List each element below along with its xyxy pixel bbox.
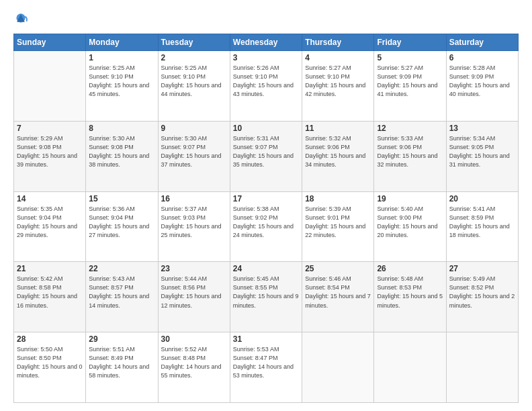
day-info: Sunrise: 5:38 AMSunset: 9:02 PMDaylight:… — [233, 205, 299, 240]
day-number: 31 — [233, 334, 299, 344]
weekday-header-thursday: Thursday — [302, 34, 374, 51]
calendar-cell: 8 Sunrise: 5:30 AMSunset: 9:08 PMDayligh… — [86, 121, 158, 191]
day-info: Sunrise: 5:46 AMSunset: 8:54 PMDaylight:… — [305, 275, 371, 310]
calendar-cell: 11 Sunrise: 5:32 AMSunset: 9:06 PMDaylig… — [302, 121, 374, 191]
calendar-cell: 28 Sunrise: 5:50 AMSunset: 8:50 PMDaylig… — [14, 332, 86, 403]
day-info: Sunrise: 5:43 AMSunset: 8:57 PMDaylight:… — [89, 275, 154, 310]
day-number: 16 — [161, 194, 227, 203]
weekday-header-monday: Monday — [86, 34, 158, 51]
calendar-cell: 29 Sunrise: 5:51 AMSunset: 8:49 PMDaylig… — [86, 332, 158, 403]
day-number: 25 — [305, 264, 371, 273]
day-info: Sunrise: 5:34 AMSunset: 9:05 PMDaylight:… — [449, 134, 515, 169]
weekday-header-sunday: Sunday — [14, 34, 86, 51]
day-info: Sunrise: 5:26 AMSunset: 9:10 PMDaylight:… — [233, 64, 299, 99]
day-info: Sunrise: 5:45 AMSunset: 8:55 PMDaylight:… — [233, 275, 299, 310]
day-info: Sunrise: 5:36 AMSunset: 9:04 PMDaylight:… — [89, 205, 154, 240]
weekday-header-saturday: Saturday — [446, 34, 518, 51]
day-info: Sunrise: 5:50 AMSunset: 8:50 PMDaylight:… — [17, 345, 83, 380]
calendar-cell: 4 Sunrise: 5:27 AMSunset: 9:10 PMDayligh… — [302, 51, 374, 122]
day-info: Sunrise: 5:51 AMSunset: 8:49 PMDaylight:… — [89, 345, 154, 380]
day-number: 22 — [89, 264, 154, 273]
day-info: Sunrise: 5:42 AMSunset: 8:58 PMDaylight:… — [17, 275, 83, 310]
day-number: 21 — [17, 264, 83, 273]
day-number: 8 — [89, 124, 154, 133]
day-number: 2 — [161, 53, 227, 62]
day-number: 10 — [233, 124, 299, 133]
day-info: Sunrise: 5:30 AMSunset: 9:08 PMDaylight:… — [89, 134, 154, 169]
calendar-cell: 15 Sunrise: 5:36 AMSunset: 9:04 PMDaylig… — [86, 191, 158, 262]
day-number: 12 — [377, 124, 443, 133]
calendar-cell: 2 Sunrise: 5:25 AMSunset: 9:10 PMDayligh… — [158, 51, 230, 122]
calendar-cell: 23 Sunrise: 5:44 AMSunset: 8:56 PMDaylig… — [158, 262, 230, 332]
day-number: 14 — [17, 194, 83, 203]
day-number: 23 — [161, 264, 227, 273]
calendar-cell: 13 Sunrise: 5:34 AMSunset: 9:05 PMDaylig… — [446, 121, 518, 191]
calendar-cell: 14 Sunrise: 5:35 AMSunset: 9:04 PMDaylig… — [14, 191, 86, 262]
day-info: Sunrise: 5:41 AMSunset: 8:59 PMDaylight:… — [449, 205, 515, 240]
calendar-cell: 10 Sunrise: 5:31 AMSunset: 9:07 PMDaylig… — [230, 121, 302, 191]
weekday-header-row: SundayMondayTuesdayWednesdayThursdayFrid… — [14, 34, 519, 51]
weekday-header-wednesday: Wednesday — [230, 34, 302, 51]
day-number: 3 — [233, 53, 299, 62]
calendar-cell: 30 Sunrise: 5:52 AMSunset: 8:48 PMDaylig… — [158, 332, 230, 403]
day-number: 30 — [161, 334, 227, 344]
day-number: 7 — [17, 124, 83, 133]
calendar-week-row: 14 Sunrise: 5:35 AMSunset: 9:04 PMDaylig… — [14, 191, 519, 262]
calendar-cell: 9 Sunrise: 5:30 AMSunset: 9:07 PMDayligh… — [158, 121, 230, 191]
day-info: Sunrise: 5:30 AMSunset: 9:07 PMDaylight:… — [161, 134, 227, 169]
logo — [13, 12, 31, 27]
weekday-header-tuesday: Tuesday — [158, 34, 230, 51]
calendar-page: SundayMondayTuesdayWednesdayThursdayFrid… — [0, 0, 532, 411]
day-number: 18 — [305, 194, 371, 203]
day-info: Sunrise: 5:39 AMSunset: 9:01 PMDaylight:… — [305, 205, 371, 240]
logo-icon — [13, 12, 28, 27]
calendar-week-row: 28 Sunrise: 5:50 AMSunset: 8:50 PMDaylig… — [14, 332, 519, 403]
day-info: Sunrise: 5:29 AMSunset: 9:08 PMDaylight:… — [17, 134, 83, 169]
calendar-week-row: 1 Sunrise: 5:25 AMSunset: 9:10 PMDayligh… — [14, 51, 519, 122]
day-number: 29 — [89, 334, 154, 344]
calendar-cell: 7 Sunrise: 5:29 AMSunset: 9:08 PMDayligh… — [14, 121, 86, 191]
day-number: 15 — [89, 194, 154, 203]
day-info: Sunrise: 5:37 AMSunset: 9:03 PMDaylight:… — [161, 205, 227, 240]
day-info: Sunrise: 5:27 AMSunset: 9:09 PMDaylight:… — [377, 64, 443, 99]
day-info: Sunrise: 5:35 AMSunset: 9:04 PMDaylight:… — [17, 205, 83, 240]
calendar-cell: 25 Sunrise: 5:46 AMSunset: 8:54 PMDaylig… — [302, 262, 374, 332]
calendar-cell: 12 Sunrise: 5:33 AMSunset: 9:06 PMDaylig… — [374, 121, 446, 191]
day-number: 6 — [449, 53, 515, 62]
calendar-cell: 6 Sunrise: 5:28 AMSunset: 9:09 PMDayligh… — [446, 51, 518, 122]
calendar-cell: 1 Sunrise: 5:25 AMSunset: 9:10 PMDayligh… — [86, 51, 158, 122]
day-number: 27 — [449, 264, 515, 273]
day-info: Sunrise: 5:48 AMSunset: 8:53 PMDaylight:… — [377, 275, 443, 310]
calendar-cell: 16 Sunrise: 5:37 AMSunset: 9:03 PMDaylig… — [158, 191, 230, 262]
header — [13, 12, 519, 27]
calendar-cell: 5 Sunrise: 5:27 AMSunset: 9:09 PMDayligh… — [374, 51, 446, 122]
day-number: 5 — [377, 53, 443, 62]
day-info: Sunrise: 5:44 AMSunset: 8:56 PMDaylight:… — [161, 275, 227, 310]
day-number: 9 — [161, 124, 227, 133]
calendar-cell: 19 Sunrise: 5:40 AMSunset: 9:00 PMDaylig… — [374, 191, 446, 262]
day-number: 20 — [449, 194, 515, 203]
day-number: 24 — [233, 264, 299, 273]
calendar-cell: 24 Sunrise: 5:45 AMSunset: 8:55 PMDaylig… — [230, 262, 302, 332]
day-info: Sunrise: 5:40 AMSunset: 9:00 PMDaylight:… — [377, 205, 443, 240]
weekday-header-friday: Friday — [374, 34, 446, 51]
calendar-week-row: 7 Sunrise: 5:29 AMSunset: 9:08 PMDayligh… — [14, 121, 519, 191]
calendar-cell: 26 Sunrise: 5:48 AMSunset: 8:53 PMDaylig… — [374, 262, 446, 332]
calendar-cell: 21 Sunrise: 5:42 AMSunset: 8:58 PMDaylig… — [14, 262, 86, 332]
day-info: Sunrise: 5:28 AMSunset: 9:09 PMDaylight:… — [449, 64, 515, 99]
calendar-cell — [302, 332, 374, 403]
calendar-cell — [14, 51, 86, 122]
day-info: Sunrise: 5:33 AMSunset: 9:06 PMDaylight:… — [377, 134, 443, 169]
day-number: 28 — [17, 334, 83, 344]
day-info: Sunrise: 5:31 AMSunset: 9:07 PMDaylight:… — [233, 134, 299, 169]
day-number: 26 — [377, 264, 443, 273]
calendar-cell: 17 Sunrise: 5:38 AMSunset: 9:02 PMDaylig… — [230, 191, 302, 262]
day-info: Sunrise: 5:32 AMSunset: 9:06 PMDaylight:… — [305, 134, 371, 169]
calendar-cell: 31 Sunrise: 5:53 AMSunset: 8:47 PMDaylig… — [230, 332, 302, 403]
day-number: 19 — [377, 194, 443, 203]
day-number: 1 — [89, 53, 154, 62]
day-info: Sunrise: 5:27 AMSunset: 9:10 PMDaylight:… — [305, 64, 371, 99]
calendar-table: SundayMondayTuesdayWednesdayThursdayFrid… — [13, 34, 519, 403]
day-info: Sunrise: 5:49 AMSunset: 8:52 PMDaylight:… — [449, 275, 515, 310]
calendar-week-row: 21 Sunrise: 5:42 AMSunset: 8:58 PMDaylig… — [14, 262, 519, 332]
